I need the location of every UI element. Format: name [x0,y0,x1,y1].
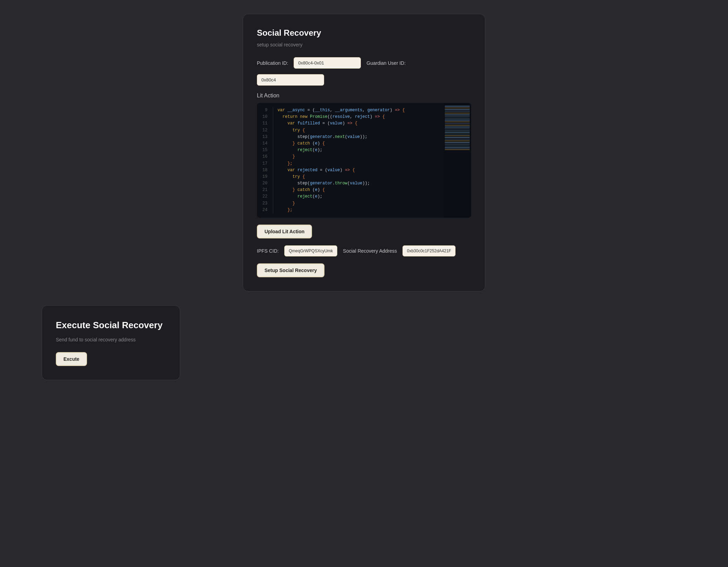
guardian-user-id-label: Guardian User ID: [366,60,406,66]
code-editor: 9 10 11 12 13 14 15 16 17 18 19 20 21 22… [257,103,471,218]
ipfs-cid-label: IPFS CID: [257,248,279,254]
upload-lit-action-button[interactable]: Upload Lit Action [257,225,312,238]
execute-social-recovery-subtitle: Send fund to social recovery address [56,337,166,342]
code-minimap [443,103,471,218]
ipfs-cid-value: QmeqGrWPQSXcyUmk [284,245,337,256]
social-recovery-subtitle: setup social recovery [257,42,471,47]
publication-id-label: Publication ID: [257,60,288,66]
line-numbers: 9 10 11 12 13 14 15 16 17 18 19 20 21 22… [257,107,273,213]
publication-id-input[interactable] [294,57,361,69]
social-recovery-card: Social Recovery setup social recovery Pu… [243,14,485,291]
setup-social-recovery-button[interactable]: Setup Social Recovery [257,263,324,277]
guardian-user-id-input[interactable] [257,74,324,86]
social-recovery-address-value: 0xb30c0c1F252dA421F [402,245,456,256]
publication-id-row: Publication ID: Guardian User ID: [257,57,471,86]
lit-action-label: Lit Action [257,93,471,99]
execute-social-recovery-title: Execute Social Recovery [56,320,166,331]
code-lines: var __async = (__this, __arguments, gene… [277,107,471,213]
social-recovery-address-label: Social Recovery Address [343,248,397,254]
execute-button[interactable]: Excute [56,352,87,366]
execute-social-recovery-card: Execute Social Recovery Send fund to soc… [42,305,180,380]
social-recovery-title: Social Recovery [257,28,471,38]
ipfs-row: IPFS CID: QmeqGrWPQSXcyUmk Social Recove… [257,245,471,256]
